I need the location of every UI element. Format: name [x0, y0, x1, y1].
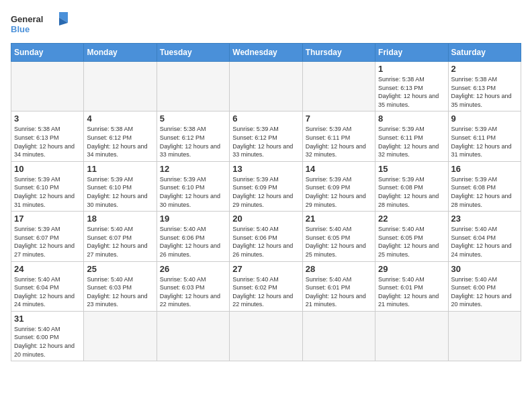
day-number: 17	[14, 214, 81, 224]
day-number: 21	[306, 214, 372, 224]
calendar-week-4: 17Sunrise: 5:39 AMSunset: 6:07 PMDayligh…	[11, 212, 521, 261]
day-info: Sunrise: 5:39 AMSunset: 6:09 PMDaylight:…	[232, 175, 299, 209]
day-number: 1	[378, 64, 445, 74]
calendar-cell: 12Sunrise: 5:39 AMSunset: 6:10 PMDayligh…	[157, 161, 229, 211]
day-number: 11	[87, 164, 153, 174]
day-info: Sunrise: 5:39 AMSunset: 6:07 PMDaylight:…	[14, 225, 81, 259]
calendar-cell: 26Sunrise: 5:40 AMSunset: 6:03 PMDayligh…	[157, 261, 229, 311]
calendar-week-2: 3Sunrise: 5:38 AMSunset: 6:13 PMDaylight…	[11, 111, 521, 161]
day-number: 6	[232, 113, 299, 124]
day-info: Sunrise: 5:40 AMSunset: 6:07 PMDaylight:…	[87, 225, 153, 259]
day-info: Sunrise: 5:40 AMSunset: 6:00 PMDaylight:…	[451, 275, 518, 309]
day-number: 31	[14, 314, 81, 324]
day-number: 27	[232, 264, 299, 274]
day-number: 7	[306, 113, 372, 124]
calendar-cell: 29Sunrise: 5:40 AMSunset: 6:01 PMDayligh…	[375, 261, 448, 311]
svg-text:General: General	[11, 14, 43, 24]
calendar-cell: 16Sunrise: 5:39 AMSunset: 6:08 PMDayligh…	[448, 161, 521, 211]
calendar-cell: 4Sunrise: 5:38 AMSunset: 6:12 PMDaylight…	[84, 111, 157, 161]
calendar-cell	[157, 62, 229, 111]
svg-text:Blue: Blue	[11, 24, 30, 34]
calendar-cell: 25Sunrise: 5:40 AMSunset: 6:03 PMDayligh…	[84, 261, 157, 311]
calendar-cell	[302, 311, 375, 361]
calendar-cell: 23Sunrise: 5:40 AMSunset: 6:04 PMDayligh…	[448, 212, 521, 261]
calendar-cell: 9Sunrise: 5:39 AMSunset: 6:11 PMDaylight…	[448, 111, 521, 161]
calendar-cell: 18Sunrise: 5:40 AMSunset: 6:07 PMDayligh…	[84, 212, 157, 261]
day-info: Sunrise: 5:40 AMSunset: 6:03 PMDaylight:…	[160, 275, 226, 309]
calendar-cell: 27Sunrise: 5:40 AMSunset: 6:02 PMDayligh…	[230, 261, 302, 311]
day-header-wednesday: Wednesday	[230, 44, 302, 62]
day-number: 3	[14, 113, 81, 124]
day-info: Sunrise: 5:39 AMSunset: 6:08 PMDaylight:…	[451, 175, 518, 209]
calendar-cell: 2Sunrise: 5:38 AMSunset: 6:13 PMDaylight…	[448, 62, 521, 111]
day-info: Sunrise: 5:40 AMSunset: 6:05 PMDaylight:…	[306, 225, 372, 259]
day-header-saturday: Saturday	[448, 44, 521, 62]
logo-svg: General Blue	[11, 11, 71, 38]
calendar-cell: 22Sunrise: 5:40 AMSunset: 6:05 PMDayligh…	[375, 212, 448, 261]
calendar-cell: 13Sunrise: 5:39 AMSunset: 6:09 PMDayligh…	[230, 161, 302, 211]
calendar-cell	[84, 62, 157, 111]
calendar-cell	[157, 311, 229, 361]
day-number: 28	[306, 264, 372, 274]
calendar-cell: 30Sunrise: 5:40 AMSunset: 6:00 PMDayligh…	[448, 261, 521, 311]
day-number: 14	[306, 164, 372, 174]
calendar-cell	[230, 311, 302, 361]
calendar-cell: 7Sunrise: 5:39 AMSunset: 6:11 PMDaylight…	[302, 111, 375, 161]
day-info: Sunrise: 5:39 AMSunset: 6:09 PMDaylight:…	[306, 175, 372, 209]
day-info: Sunrise: 5:38 AMSunset: 6:13 PMDaylight:…	[451, 75, 518, 109]
day-info: Sunrise: 5:39 AMSunset: 6:10 PMDaylight:…	[14, 175, 81, 209]
day-header-sunday: Sunday	[11, 44, 84, 62]
calendar-header-row: SundayMondayTuesdayWednesdayThursdayFrid…	[11, 44, 521, 62]
day-info: Sunrise: 5:38 AMSunset: 6:13 PMDaylight:…	[378, 75, 445, 109]
calendar-cell	[302, 62, 375, 111]
day-info: Sunrise: 5:40 AMSunset: 6:05 PMDaylight:…	[378, 225, 445, 259]
calendar-cell	[11, 62, 84, 111]
day-number: 13	[232, 164, 299, 174]
day-number: 8	[378, 113, 445, 124]
day-number: 29	[378, 264, 445, 274]
calendar-cell: 24Sunrise: 5:40 AMSunset: 6:04 PMDayligh…	[11, 261, 84, 311]
calendar-cell: 20Sunrise: 5:40 AMSunset: 6:06 PMDayligh…	[230, 212, 302, 261]
day-info: Sunrise: 5:40 AMSunset: 6:01 PMDaylight:…	[306, 275, 372, 309]
calendar-week-6: 31Sunrise: 5:40 AMSunset: 6:00 PMDayligh…	[11, 311, 521, 361]
day-number: 9	[451, 113, 518, 124]
calendar: SundayMondayTuesdayWednesdayThursdayFrid…	[11, 43, 521, 361]
day-info: Sunrise: 5:38 AMSunset: 6:12 PMDaylight:…	[160, 125, 226, 158]
day-info: Sunrise: 5:39 AMSunset: 6:11 PMDaylight:…	[451, 125, 518, 158]
day-header-friday: Friday	[375, 44, 448, 62]
calendar-cell: 10Sunrise: 5:39 AMSunset: 6:10 PMDayligh…	[11, 161, 84, 211]
day-number: 5	[160, 113, 226, 124]
day-number: 25	[87, 264, 153, 274]
day-info: Sunrise: 5:38 AMSunset: 6:12 PMDaylight:…	[87, 125, 153, 158]
day-number: 15	[378, 164, 445, 174]
calendar-cell: 15Sunrise: 5:39 AMSunset: 6:08 PMDayligh…	[375, 161, 448, 211]
day-header-monday: Monday	[84, 44, 157, 62]
day-info: Sunrise: 5:39 AMSunset: 6:11 PMDaylight:…	[306, 125, 372, 158]
calendar-cell: 6Sunrise: 5:39 AMSunset: 6:12 PMDaylight…	[230, 111, 302, 161]
day-number: 10	[14, 164, 81, 174]
calendar-week-3: 10Sunrise: 5:39 AMSunset: 6:10 PMDayligh…	[11, 161, 521, 211]
calendar-cell: 8Sunrise: 5:39 AMSunset: 6:11 PMDaylight…	[375, 111, 448, 161]
calendar-cell	[84, 311, 157, 361]
calendar-week-1: 1Sunrise: 5:38 AMSunset: 6:13 PMDaylight…	[11, 62, 521, 111]
day-info: Sunrise: 5:40 AMSunset: 6:04 PMDaylight:…	[14, 275, 81, 309]
calendar-cell	[448, 311, 521, 361]
calendar-cell: 21Sunrise: 5:40 AMSunset: 6:05 PMDayligh…	[302, 212, 375, 261]
day-info: Sunrise: 5:40 AMSunset: 6:06 PMDaylight:…	[232, 225, 299, 259]
day-info: Sunrise: 5:40 AMSunset: 6:06 PMDaylight:…	[160, 225, 226, 259]
day-number: 12	[160, 164, 226, 174]
header: General Blue	[11, 11, 521, 38]
calendar-cell	[375, 311, 448, 361]
day-info: Sunrise: 5:40 AMSunset: 6:01 PMDaylight:…	[378, 275, 445, 309]
day-number: 20	[232, 214, 299, 224]
logo: General Blue	[11, 11, 71, 38]
calendar-week-5: 24Sunrise: 5:40 AMSunset: 6:04 PMDayligh…	[11, 261, 521, 311]
day-info: Sunrise: 5:40 AMSunset: 6:00 PMDaylight:…	[14, 325, 81, 359]
calendar-cell: 1Sunrise: 5:38 AMSunset: 6:13 PMDaylight…	[375, 62, 448, 111]
calendar-cell: 19Sunrise: 5:40 AMSunset: 6:06 PMDayligh…	[157, 212, 229, 261]
day-info: Sunrise: 5:40 AMSunset: 6:02 PMDaylight:…	[232, 275, 299, 309]
day-number: 4	[87, 113, 153, 124]
calendar-cell: 3Sunrise: 5:38 AMSunset: 6:13 PMDaylight…	[11, 111, 84, 161]
day-number: 26	[160, 264, 226, 274]
day-header-tuesday: Tuesday	[157, 44, 229, 62]
